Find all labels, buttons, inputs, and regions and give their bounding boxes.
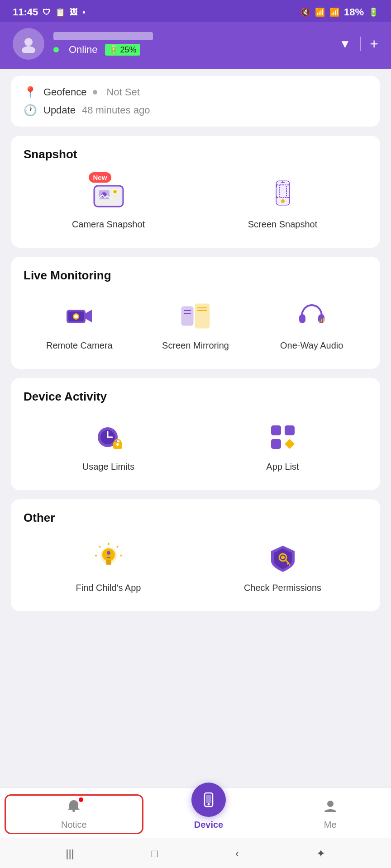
dropdown-icon[interactable]: ▼ — [339, 37, 351, 51]
find-childs-app-icon — [92, 542, 125, 575]
me-label: Me — [324, 820, 337, 830]
android-home-btn[interactable]: □ — [152, 847, 158, 860]
svg-rect-54 — [72, 810, 75, 812]
nav-notice[interactable]: Notice — [5, 794, 143, 834]
nav-me[interactable]: Me — [269, 796, 391, 833]
svg-rect-56 — [206, 795, 211, 803]
camera-snapshot-icon-wrap: New — [91, 177, 127, 213]
android-nav-bar: ||| □ ‹ ✦ — [0, 839, 391, 868]
screen-snapshot-item[interactable]: Screen Snapshot — [198, 172, 367, 234]
wifi-icon: 📶 — [315, 7, 325, 17]
divider — [360, 37, 361, 51]
me-icon — [323, 798, 338, 817]
online-label: Online — [69, 44, 98, 56]
screen-snapshot-label: Screen Snapshot — [248, 219, 317, 230]
screen-snapshot-icon-wrap — [265, 177, 301, 213]
geofence-value: Not Set — [106, 86, 139, 98]
status-bar: 11:45 🛡 📋 🖼 • 🔇 📶 📶 18% 🔋 — [0, 0, 391, 22]
signal-icon: 📶 — [329, 7, 339, 17]
user-name-bar — [53, 32, 153, 40]
info-card: 📍 Geofence Not Set 🕐 Update 48 minutes a… — [11, 76, 380, 127]
battery-pct: 25% — [120, 45, 137, 55]
one-way-audio-icon-wrap — [294, 298, 330, 334]
new-badge: New — [89, 172, 112, 183]
check-permissions-item[interactable]: Check Permissions — [198, 536, 367, 598]
dot-icon: • — [82, 8, 85, 17]
live-monitoring-title: Live Monitoring — [24, 269, 367, 283]
camera-snapshot-item[interactable]: New Camera Snapshot — [24, 172, 193, 234]
svg-line-41 — [117, 546, 118, 547]
device-icon — [200, 791, 217, 808]
battery-pill: 🔋 25% — [105, 44, 140, 56]
device-activity-title: Device Activity — [24, 390, 367, 404]
find-childs-app-label: Find Child's App — [76, 583, 141, 593]
svg-rect-36 — [285, 425, 295, 435]
snapshot-grid: New Camera Snapshot — [24, 172, 367, 234]
battery-icon-small: 🔋 — [109, 45, 119, 55]
notif-dot — [79, 797, 83, 802]
svg-rect-24 — [299, 314, 305, 323]
other-grid: Find Child's App — [24, 536, 367, 598]
header-status: Online 🔋 25% — [53, 44, 330, 56]
check-permissions-icon-wrap — [265, 540, 301, 576]
clock-icon: 🕐 — [24, 104, 37, 117]
svg-point-48 — [107, 551, 110, 555]
one-way-audio-label: One-Way Audio — [280, 340, 343, 351]
android-back-btn[interactable]: ‹ — [235, 847, 239, 860]
scroll-area: 📍 Geofence Not Set 🕐 Update 48 minutes a… — [0, 69, 391, 788]
header-info: Online 🔋 25% — [53, 32, 330, 56]
avatar — [13, 28, 44, 60]
device-activity-section: Device Activity — [11, 378, 380, 490]
nav-device[interactable]: Device — [148, 796, 270, 833]
svg-line-42 — [99, 546, 100, 547]
camera-snapshot-icon — [92, 179, 125, 211]
remote-camera-item[interactable]: Remote Camera — [24, 293, 135, 355]
device-activity-grid: Usage Limits App List — [24, 415, 367, 476]
snapshot-title: Snapshot — [24, 147, 367, 161]
update-row: 🕐 Update 48 minutes ago — [24, 104, 367, 117]
find-childs-app-item[interactable]: Find Child's App — [24, 536, 193, 598]
android-menu-btn[interactable]: ||| — [66, 847, 74, 860]
online-dot — [53, 47, 59, 52]
time: 11:45 — [13, 6, 38, 18]
header: Online 🔋 25% ▼ + — [0, 22, 391, 69]
live-monitoring-grid: Remote Camera — [24, 293, 367, 355]
svg-rect-37 — [271, 439, 281, 449]
remote-camera-label: Remote Camera — [46, 340, 113, 351]
not-set-dot — [93, 90, 97, 94]
app-list-item[interactable]: App List — [198, 415, 367, 476]
shield-icon: 🛡 — [43, 8, 51, 17]
geofence-row: 📍 Geofence Not Set — [24, 86, 367, 99]
notice-label: Notice — [61, 820, 87, 830]
update-label: Update — [43, 104, 76, 116]
usage-limits-item[interactable]: Usage Limits — [24, 415, 193, 476]
screen-snapshot-icon — [267, 179, 299, 211]
device-icon-wrap — [191, 783, 226, 817]
snapshot-section: Snapshot New Camer — [11, 136, 380, 248]
other-title: Other — [24, 511, 367, 525]
bottom-nav: Notice Device Me — [0, 788, 391, 839]
geofence-icon: 📍 — [24, 86, 37, 99]
battery-icon: 🔋 — [368, 7, 378, 17]
device-label: Device — [194, 820, 224, 830]
screen-mirroring-label: Screen Mirroring — [162, 340, 229, 351]
app-list-label: App List — [266, 462, 299, 472]
header-actions: ▼ + — [339, 36, 378, 52]
add-icon[interactable]: + — [370, 36, 378, 52]
app-list-icon — [267, 421, 299, 453]
sim-icon: 📋 — [55, 7, 65, 17]
svg-point-1 — [22, 46, 35, 53]
one-way-audio-item[interactable]: One-Way Audio — [256, 293, 367, 355]
screen-mirroring-item[interactable]: Screen Mirroring — [140, 293, 252, 355]
svg-point-17 — [74, 315, 78, 318]
android-assist-btn[interactable]: ✦ — [316, 847, 325, 860]
svg-point-13 — [281, 199, 285, 203]
svg-rect-35 — [271, 425, 281, 435]
svg-point-7 — [113, 189, 117, 194]
mute-icon: 🔇 — [300, 7, 310, 17]
one-way-audio-icon — [296, 300, 328, 332]
other-section: Other — [11, 499, 380, 611]
usage-limits-icon-wrap — [91, 419, 127, 455]
update-value: 48 minutes ago — [82, 104, 150, 116]
usage-limits-label: Usage Limits — [82, 462, 135, 472]
